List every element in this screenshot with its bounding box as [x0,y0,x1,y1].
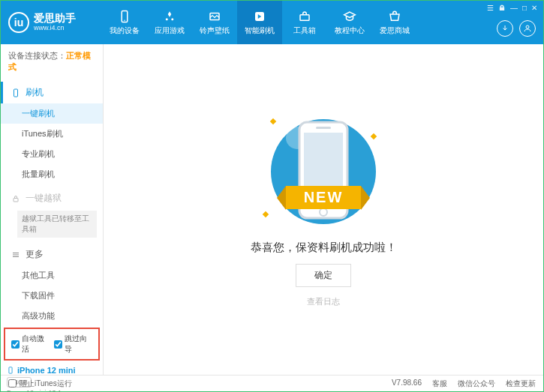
tab-apps[interactable]: 应用游戏 [147,1,192,44]
cb-skip-guide[interactable]: 跳过向导 [54,334,92,355]
success-illustration: NEW [248,112,398,232]
sidebar-item-advanced[interactable]: 高级功能 [1,306,103,326]
tab-tutorials[interactable]: 教程中心 [327,1,372,44]
success-message: 恭喜您，保资料刷机成功啦！ [251,241,397,255]
svg-point-3 [171,18,173,20]
lock-small-icon [11,193,21,204]
tutorial-icon [342,9,357,24]
jailbreak-note: 越狱工具已转移至工具箱 [17,211,97,238]
service-link[interactable]: 客服 [432,379,447,389]
cb-auto-activate[interactable]: 自动激活 [11,334,50,355]
section-flash[interactable]: 刷机 [1,82,103,103]
sidebar-item-oneclick[interactable]: 一键刷机 [1,103,103,124]
section-jailbreak[interactable]: 一键越狱 [1,187,103,209]
tab-smart-flash[interactable]: 智能刷机 [237,1,282,44]
svg-point-2 [166,18,168,20]
svg-point-1 [124,20,125,22]
wallpaper-icon [207,9,222,24]
connection-status: 设备连接状态：正常模式 [1,44,103,79]
tab-toolbox[interactable]: 工具箱 [282,1,327,44]
svg-rect-14 [316,127,331,129]
sidebar: 设备连接状态：正常模式 刷机 一键刷机 iTunes刷机 专业刷机 批量刷机 一… [1,44,104,375]
logo-icon: iu [8,12,29,33]
window-controls: ☰ 🔒︎ — □ ✕ [487,4,537,12]
svg-rect-8 [14,89,18,97]
device-small-icon [7,365,14,376]
new-badge: NEW [286,186,362,209]
main-content: NEW 恭喜您，保资料刷机成功啦！ 确定 查看日志 [104,44,543,375]
maximize-icon[interactable]: □ [522,4,527,12]
tab-my-device[interactable]: 我的设备 [102,1,147,44]
close-icon[interactable]: ✕ [531,4,537,12]
svg-rect-9 [14,198,18,202]
sidebar-item-pro[interactable]: 专业刷机 [1,144,103,164]
sidebar-item-batch[interactable]: 批量刷机 [1,164,103,184]
sidebar-item-download-fw[interactable]: 下载固件 [1,286,103,306]
tab-store[interactable]: 爱思商城 [372,1,417,44]
store-icon [387,9,402,24]
svg-rect-6 [300,15,309,21]
lock-icon[interactable]: 🔒︎ [498,4,506,12]
apps-icon [162,9,177,24]
minimize-icon[interactable]: — [510,4,518,12]
version-label: V7.98.66 [392,379,422,389]
check-update-link[interactable]: 检查更新 [506,379,536,389]
svg-point-7 [526,25,529,28]
menu-icon[interactable]: ☰ [487,4,494,12]
view-log-link[interactable]: 查看日志 [307,296,340,307]
toolbox-icon [297,9,312,24]
svg-rect-10 [9,367,12,373]
sidebar-item-other-tools[interactable]: 其他工具 [1,265,103,286]
options-highlighted: 自动激活 跳过向导 [4,328,100,361]
confirm-button[interactable]: 确定 [296,264,351,287]
logo-area: iu 爱思助手 www.i4.cn [8,12,102,33]
device-model: Down-12mini-13,1 [7,389,97,392]
user-icon[interactable] [519,20,536,37]
phone-small-icon [11,88,21,98]
more-icon [11,250,21,260]
tab-ringtones[interactable]: 铃声壁纸 [192,1,237,44]
phone-icon [117,9,132,24]
app-url: www.i4.cn [34,25,76,32]
app-title: 爱思助手 [34,13,76,24]
flash-icon [252,9,267,24]
section-more[interactable]: 更多 [1,244,103,265]
download-icon[interactable] [497,20,513,37]
nav-tabs: 我的设备 应用游戏 铃声壁纸 智能刷机 工具箱 教程中心 爱思商城 [102,1,417,44]
cb-block-itunes[interactable]: 阻止iTunes运行 [8,379,72,389]
sidebar-item-itunes[interactable]: iTunes刷机 [1,124,103,144]
app-header: iu 爱思助手 www.i4.cn 我的设备 应用游戏 铃声壁纸 智能刷机 工具… [1,1,543,44]
wechat-link[interactable]: 微信公众号 [458,379,495,389]
